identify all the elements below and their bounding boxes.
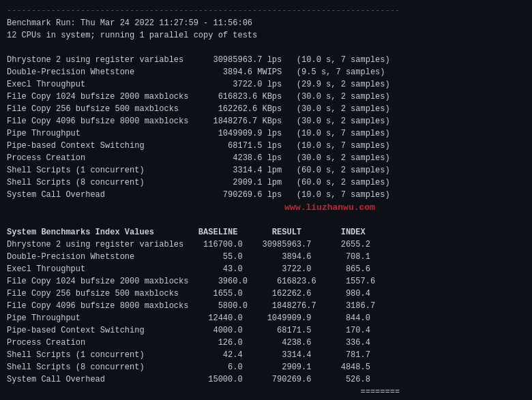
index-row: File Copy 1024 bufsize 2000 maxblocks 39… [7,275,525,288]
divider-top: ----------------------------------------… [7,5,525,17]
benchmark-row: Process Creation 4238.6 lps (30.0 s, 2 s… [7,152,525,164]
index-row: Double-Precision Whetstone 55.0 3894.6 7… [7,251,525,263]
benchmark-row: File Copy 4096 bufsize 8000 maxblocks 18… [7,115,525,127]
benchmarks-list: Dhrystone 2 using register variables 309… [7,54,525,201]
benchmark-row: File Copy 1024 bufsize 2000 maxblocks 61… [7,91,525,103]
run-header: Benchmark Run: Thu Mar 24 2022 11:27:59 … [7,17,525,29]
benchmark-row: Execl Throughput 3722.0 lps (29.9 s, 2 s… [7,78,525,91]
benchmark-row: System Call Overhead 790269.6 lps (10.0 … [7,189,525,201]
index-row: Execl Throughput 43.0 3722.0 865.6 [7,263,525,275]
index-row: Pipe-based Context Switching 4000.0 6817… [7,324,525,337]
blank-2 [7,214,525,226]
benchmark-row: Pipe-based Context Switching 68171.5 lps… [7,140,525,152]
index-row: System Call Overhead 15000.0 790269.6 52… [7,373,525,386]
index-row: Shell Scripts (1 concurrent) 42.4 3314.4… [7,349,525,361]
index-row: Process Creation 126.0 4238.6 336.4 [7,337,525,349]
benchmark-row: File Copy 256 bufsize 500 maxblocks 1622… [7,103,525,115]
index-row: File Copy 256 bufsize 500 maxblocks 1655… [7,288,525,300]
index-row: File Copy 4096 bufsize 8000 maxblocks 58… [7,300,525,312]
benchmark-row: Pipe Throughput 1049909.9 lps (10.0 s, 7… [7,127,525,140]
benchmark-row: Shell Scripts (1 concurrent) 3314.4 lpm … [7,164,525,176]
index-header: System Benchmarks Index Values BASELINE … [7,226,525,239]
benchmark-row: Double-Precision Whetstone 3894.6 MWIPS … [7,66,525,78]
benchmark-row: Shell Scripts (8 concurrent) 2909.1 lpm … [7,176,525,189]
cpu-info: 12 CPUs in system; running 1 parallel co… [7,29,525,42]
equals-line: ======== [7,386,525,398]
index-row: Dhrystone 2 using register variables 116… [7,239,525,251]
index-row: Pipe Throughput 12440.0 1049909.9 844.0 [7,312,525,324]
blank-1 [7,42,525,54]
terminal: ----------------------------------------… [0,0,532,400]
index-list: Dhrystone 2 using register variables 116… [7,239,525,386]
watermark: www.liuzhanwu.com [7,201,525,215]
benchmark-row: Dhrystone 2 using register variables 309… [7,54,525,66]
index-row: Shell Scripts (8 concurrent) 6.0 2909.1 … [7,361,525,373]
